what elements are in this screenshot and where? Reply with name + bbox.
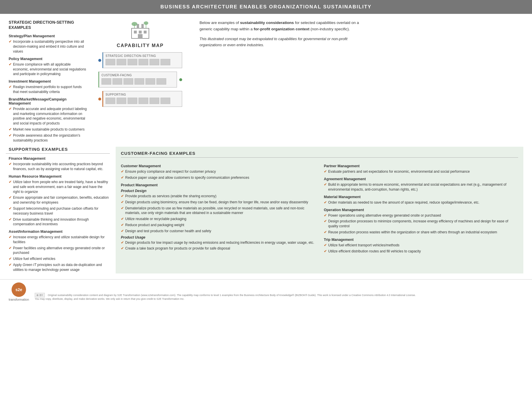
check-icon: ✔ [324, 182, 327, 192]
cap-cell [123, 78, 133, 85]
customer-columns: Customer Management ✔ Ensure policy comp… [121, 161, 518, 255]
cap-cell [134, 78, 144, 85]
check-icon: ✔ [9, 107, 12, 126]
check-icon: ✔ [324, 243, 327, 248]
category-customer-mgmt: Customer Management [121, 164, 315, 168]
lower-area: SUPPORTING EXAMPLES Finance Management ✔… [0, 147, 532, 279]
check-icon: ✔ [9, 217, 12, 227]
check-icon: ✔ [9, 127, 12, 132]
list-item: ✔ Reuse production process wastes within… [324, 230, 518, 235]
legal-text1: Original sustainability consideration co… [48, 294, 416, 297]
category-strategy: Strategy/Plan Management [9, 34, 87, 38]
cap-cell [117, 59, 126, 65]
capability-map-logo [129, 20, 152, 41]
list-item: ✔ Design and test products for customer … [121, 229, 315, 234]
list-item: ✔ Incorporate a sustainability perspecti… [9, 39, 87, 54]
cap-cell [160, 59, 170, 65]
category-partner-mgmt: Partner Management [324, 164, 518, 168]
customer-box: CUSTOMER-FACING [98, 72, 177, 88]
strategic-dot [98, 59, 101, 62]
strategic-row [106, 59, 180, 65]
left-column: STRATEGIC DIRECTION-SETTING EXAMPLES Str… [9, 20, 90, 144]
check-icon: ✔ [9, 133, 12, 143]
check-icon: ✔ [9, 235, 12, 245]
cap-cell [138, 98, 148, 104]
cc-badge: ⊕ BY [35, 293, 45, 297]
list-item: ✔ Incorporate sustainability into accoun… [9, 162, 110, 172]
check-icon: ✔ [324, 200, 327, 205]
footer-legal: ⊕ BY Original sustainability considerati… [35, 293, 523, 301]
supporting-box: SUPPORTING [102, 91, 182, 107]
list-item: ✔ Provide accurate and adequate product … [9, 107, 87, 126]
top-area: STRATEGIC DIRECTION-SETTING EXAMPLES Str… [0, 14, 532, 147]
list-item: ✔ Utilize efficient distribution routes … [324, 249, 518, 254]
list-item: ✔ Evaluate partners and set expectations… [324, 169, 518, 174]
customer-section: CUSTOMER-FACING EXAMPLES Customer Manage… [116, 147, 523, 273]
check-icon: ✔ [121, 206, 124, 216]
svg-rect-6 [141, 24, 144, 28]
category-investment: Investment Management [9, 79, 87, 83]
check-icon: ✔ [324, 169, 327, 174]
check-icon: ✔ [9, 256, 12, 261]
check-icon: ✔ [121, 200, 124, 205]
check-icon: ✔ [324, 230, 327, 235]
list-item: ✔ Ensure policy compliance and respect f… [121, 169, 315, 174]
logo-text: s2e [15, 287, 22, 292]
check-icon: ✔ [9, 62, 12, 77]
check-icon: ✔ [9, 39, 12, 54]
check-icon: ✔ [324, 249, 327, 254]
list-item: ✔ Design production processes to minimiz… [324, 219, 518, 229]
logo-subtext: transformation [9, 298, 29, 301]
footer: s2e transformation ⊕ BY Original sustain… [0, 279, 532, 304]
svg-rect-1 [134, 31, 137, 34]
cap-cell [149, 59, 159, 65]
cap-cell [145, 78, 155, 85]
capability-map-title: CAPABILITY MAP [117, 43, 164, 48]
category-product-mgmt: Product Management [121, 183, 315, 187]
supporting-box-label: SUPPORTING [106, 93, 180, 96]
list-item: ✔ Ensure compliance with all applicable … [9, 62, 87, 77]
check-icon: ✔ [9, 246, 12, 256]
category-operation-mgmt: Operation Management [324, 208, 518, 212]
list-item: ✔ Power operations using alternative ene… [324, 213, 518, 218]
customer-right-col: Partner Management ✔ Evaluate partners a… [324, 161, 518, 255]
category-agreement-mgmt: Agreement Management [324, 177, 518, 181]
list-item: ✔ Utilize reusable or recyclable packagi… [121, 217, 315, 222]
supporting-row [106, 98, 180, 104]
cap-cell [101, 78, 111, 85]
check-icon: ✔ [121, 217, 124, 222]
list-item: ✔ Power facilities using alternative ene… [9, 246, 110, 256]
list-item: ✔ Apply Green IT principles such as data… [9, 263, 110, 272]
italic-note: This illustrated concept may be extrapol… [200, 36, 367, 48]
list-item: ✔ Utilize fuel efficient transport vehic… [324, 243, 518, 248]
customer-section-header: CUSTOMER-FACING EXAMPLES [121, 151, 518, 158]
list-item: ✔ Support telecommuting and purchase car… [9, 206, 110, 216]
right-description: Below are examples of sustainability con… [191, 20, 523, 144]
list-item: ✔ Market new sustainable products to cus… [9, 127, 87, 132]
cap-cell [112, 78, 122, 85]
supporting-section-header: SUPPORTING EXAMPLES [6, 147, 110, 154]
strategic-box-label: STRATEGIC DIRECTION-SETTING [106, 54, 180, 57]
main-content: STRATEGIC DIRECTION-SETTING EXAMPLES Str… [0, 14, 532, 304]
left-section-title: STRATEGIC DIRECTION-SETTING EXAMPLES [9, 20, 87, 30]
logo-area: s2e transformation [9, 282, 29, 301]
list-item: ✔ Ensure appropriate and fair compensati… [9, 195, 110, 205]
category-hr: Human Resource Management [9, 174, 110, 178]
customer-row [101, 78, 174, 85]
customer-box-label: CUSTOMER-FACING [101, 74, 174, 77]
check-icon: ✔ [9, 195, 12, 205]
list-item: ✔ Build in appropriate terms to ensure e… [324, 182, 518, 192]
customer-dot [179, 78, 182, 81]
list-item: ✔ Drive sustainable thinking and innovat… [9, 217, 110, 227]
cap-cell [106, 98, 115, 104]
cap-cell [156, 78, 166, 85]
list-item: ✔ Order materials as needed to save the … [324, 200, 518, 205]
cap-cell [128, 98, 137, 104]
check-icon: ✔ [9, 263, 12, 272]
check-icon: ✔ [121, 194, 124, 199]
subcategory-product-usage: Product Usage [121, 235, 315, 239]
list-item: ✔ Create a take back program for product… [121, 246, 315, 251]
list-item: ✔ Utilize labor from people who are trea… [9, 180, 110, 194]
list-item: ✔ Realign investment portfolio to suppor… [9, 85, 87, 94]
cap-cell [160, 98, 170, 104]
